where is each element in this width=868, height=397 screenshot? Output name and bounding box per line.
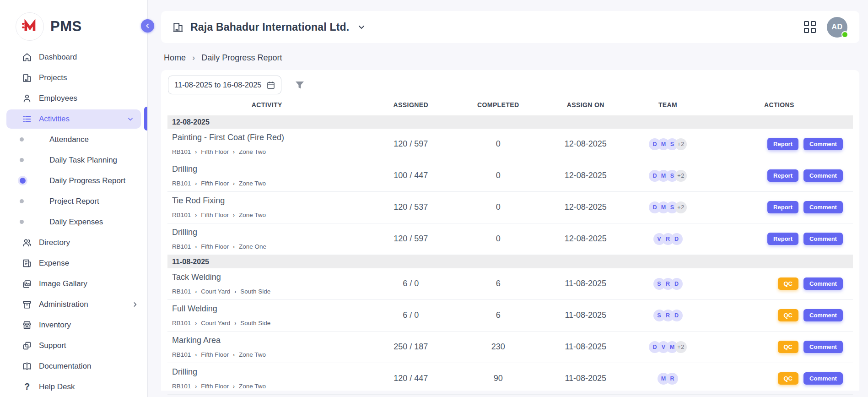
sidebar-item-label: Expense bbox=[39, 259, 138, 268]
sidebar-item-dashboard[interactable]: Dashboard bbox=[0, 47, 147, 67]
completed-value: 0 bbox=[455, 139, 541, 149]
sidebar-item-label: Activities bbox=[39, 114, 127, 124]
team-avatars[interactable]: D M S +2 bbox=[630, 170, 706, 182]
sidebar-item-documentation[interactable]: Documentation bbox=[0, 356, 147, 376]
chevron-right-icon bbox=[195, 148, 197, 155]
report-button[interactable]: Report bbox=[767, 201, 798, 213]
chevron-right-icon bbox=[195, 288, 197, 295]
comment-button[interactable]: Comment bbox=[803, 201, 843, 213]
logo-mark-icon bbox=[16, 12, 44, 41]
sidebar-item-inventory[interactable]: Inventory bbox=[0, 315, 147, 335]
sidebar-item-employees[interactable]: Employees bbox=[0, 88, 147, 109]
breadcrumb-current: Daily Progress Report bbox=[201, 53, 282, 63]
company-selector[interactable]: Raja Bahadur International Ltd. bbox=[172, 21, 366, 33]
qc-button[interactable]: QC bbox=[778, 277, 799, 290]
sidebar-item-activities[interactable]: Activities bbox=[0, 109, 147, 129]
sidebar-item-directory[interactable]: Directory bbox=[0, 232, 147, 253]
report-button[interactable]: Report bbox=[767, 233, 798, 245]
sidebar-subitem-daily-expenses[interactable]: Daily Expenses bbox=[0, 212, 147, 232]
table-row: Painting - First Coat (Fire Red) RB101 F… bbox=[167, 129, 853, 160]
sidebar-item-administration[interactable]: Administration bbox=[0, 294, 147, 315]
date-range-input[interactable] bbox=[174, 81, 263, 89]
path-project: RB101 bbox=[172, 148, 191, 155]
path-floor: Court Yard bbox=[201, 288, 230, 295]
sidebar-collapse-button[interactable] bbox=[141, 19, 154, 33]
comment-button[interactable]: Comment bbox=[803, 138, 843, 150]
chevron-right-icon bbox=[132, 301, 138, 308]
assigned-value: 120 / 537 bbox=[366, 202, 455, 212]
sidebar-item-label: Dashboard bbox=[39, 53, 138, 62]
path-zone: Zone Two bbox=[239, 351, 266, 358]
sidebar-item-support[interactable]: Support bbox=[0, 335, 147, 356]
breadcrumb-home[interactable]: Home bbox=[164, 53, 186, 63]
path-floor: Fifth Floor bbox=[201, 243, 229, 250]
sidebar-subitem-label: Attendance bbox=[49, 135, 89, 144]
assign-on-value: 11-08-2025 bbox=[541, 342, 630, 352]
chevron-right-icon bbox=[195, 243, 197, 250]
sidebar-item-expense[interactable]: Expense bbox=[0, 253, 147, 273]
comment-button[interactable]: Comment bbox=[803, 372, 843, 385]
comment-button[interactable]: Comment bbox=[803, 341, 843, 353]
path-floor: Fifth Floor bbox=[201, 351, 229, 358]
sidebar-item-label: Administration bbox=[39, 300, 132, 309]
assign-on-value: 11-08-2025 bbox=[541, 279, 630, 288]
activity-path: RB101 Fifth Floor Zone Two bbox=[172, 383, 366, 390]
bullet-icon bbox=[20, 158, 24, 162]
sidebar-item-image-gallary[interactable]: Image Gallary bbox=[0, 273, 147, 294]
building-icon bbox=[22, 73, 32, 83]
comment-button[interactable]: Comment bbox=[803, 277, 843, 290]
report-button[interactable]: Report bbox=[767, 169, 798, 182]
completed-value: 0 bbox=[455, 234, 541, 244]
user-menu[interactable]: AD bbox=[827, 17, 847, 38]
column-header: ACTIVITY bbox=[167, 101, 366, 109]
apps-grid-icon[interactable] bbox=[804, 21, 816, 33]
comment-button[interactable]: Comment bbox=[803, 233, 843, 245]
users-icon bbox=[22, 238, 32, 248]
sidebar-subitem-daily-progress-report[interactable]: Daily Progress Report bbox=[0, 170, 147, 191]
bullet-icon bbox=[20, 199, 24, 203]
path-project: RB101 bbox=[172, 320, 191, 326]
filter-icon[interactable] bbox=[294, 80, 305, 91]
sidebar-subitem-attendance[interactable]: Attendance bbox=[0, 129, 147, 150]
sidebar-item-projects[interactable]: Projects bbox=[0, 67, 147, 88]
calendar-icon[interactable] bbox=[266, 81, 275, 90]
sidebar-subitem-label: Daily Task Planning bbox=[49, 156, 117, 165]
report-button[interactable]: Report bbox=[767, 138, 798, 150]
gallery-icon bbox=[22, 279, 32, 289]
team-avatars[interactable]: D M S +2 bbox=[630, 138, 706, 150]
activity-title: Tie Rod Fixing bbox=[172, 196, 366, 206]
assigned-value: 120 / 447 bbox=[366, 374, 455, 383]
sidebar-item-label: Employees bbox=[39, 94, 138, 103]
date-range-field[interactable] bbox=[168, 76, 281, 94]
completed-value: 0 bbox=[455, 202, 541, 212]
team-avatars[interactable]: M R bbox=[630, 373, 706, 385]
assigned-value: 6 / 0 bbox=[366, 310, 455, 320]
sidebar-item-label: Support bbox=[39, 341, 138, 350]
comment-button[interactable]: Comment bbox=[803, 309, 843, 321]
sidebar-item-label: Help Desk bbox=[39, 382, 138, 392]
chevron-right-icon bbox=[192, 53, 195, 63]
team-avatars[interactable]: S R D bbox=[630, 310, 706, 321]
table-row: Tack Welding RB101 Court Yard South Side… bbox=[167, 268, 853, 300]
qc-button[interactable]: QC bbox=[778, 309, 799, 321]
bullet-icon bbox=[20, 178, 26, 184]
comment-button[interactable]: Comment bbox=[803, 169, 843, 182]
date-group-header: 12-08-2025 bbox=[167, 115, 853, 129]
column-header: ASSIGNED bbox=[366, 101, 455, 109]
table-row: Marking Area RB101 Fifth Floor Zone Two … bbox=[167, 332, 853, 363]
path-project: RB101 bbox=[172, 212, 191, 218]
team-avatars[interactable]: D V M +2 bbox=[630, 341, 706, 353]
sidebar-subitem-project-report[interactable]: Project Report bbox=[0, 191, 147, 212]
sidebar-item-help-desk[interactable]: ? Help Desk bbox=[0, 376, 147, 397]
path-zone: Zone Two bbox=[239, 180, 266, 187]
qc-button[interactable]: QC bbox=[778, 372, 799, 385]
online-status-dot bbox=[841, 31, 848, 38]
qc-button[interactable]: QC bbox=[778, 341, 799, 353]
sidebar-subitem-daily-task-planning[interactable]: Daily Task Planning bbox=[0, 150, 147, 170]
chevron-right-icon bbox=[233, 243, 235, 250]
team-avatars[interactable]: S R D bbox=[630, 278, 706, 290]
team-avatars[interactable]: D M S +2 bbox=[630, 201, 706, 213]
team-avatars[interactable]: V R D bbox=[630, 233, 706, 245]
list-icon bbox=[22, 114, 32, 124]
help-icon: ? bbox=[22, 382, 32, 392]
